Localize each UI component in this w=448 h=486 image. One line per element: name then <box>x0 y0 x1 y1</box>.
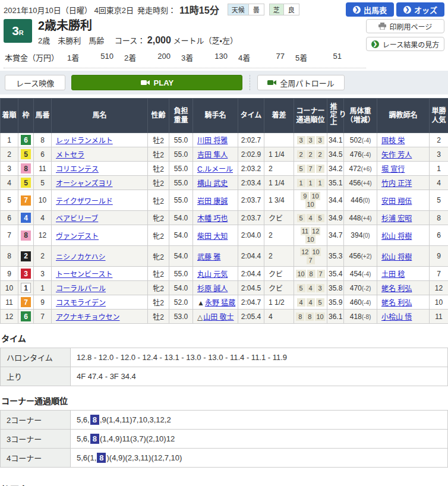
horse-name-cell: コスモライデン <box>52 295 148 310</box>
jockey-link[interactable]: 横山 武史 <box>197 179 228 188</box>
trainer-link[interactable]: 杉浦 宏昭 <box>381 214 412 223</box>
jockey-link[interactable]: 永野 猛蔵 <box>205 299 235 307</box>
shutsuba-button[interactable]: ❯ 出馬表 <box>346 2 394 17</box>
top-bar: 2021年10月10日（日曜） 4回東京2日 発走時刻： 11時15分 天候 曇… <box>0 0 448 17</box>
horse-link[interactable]: ニシノカケハシ <box>56 253 106 261</box>
trainer-link[interactable]: 蛯名 利弘 <box>381 299 412 307</box>
column-header: 騎手名 <box>193 99 238 133</box>
corner-chip: 12 <box>300 248 310 256</box>
jockey-link[interactable]: 山田 敬士 <box>203 313 234 321</box>
trainer-cell: 安田 翔伍 <box>377 190 430 211</box>
corner-chip: 5 <box>297 165 305 173</box>
trainer-link[interactable]: 松山 将樹 <box>381 232 412 241</box>
last-3f: 35.4 <box>327 267 344 281</box>
corner-chip: 10 <box>305 235 315 244</box>
finish-position: 3 <box>1 162 18 176</box>
trainer-link[interactable]: 安田 翔伍 <box>381 197 412 206</box>
print-page-button[interactable]: 印刷用ページ <box>366 19 444 33</box>
horse-link[interactable]: トーセンビースト <box>56 270 112 279</box>
margin: 2 <box>264 225 294 246</box>
horse-link[interactable]: アクナキチョウセン <box>56 313 119 321</box>
race-video-button[interactable]: レース映像 <box>5 75 65 90</box>
odds-button[interactable]: ❯ オッズ <box>396 2 444 17</box>
horse-link[interactable]: メトセラ <box>56 151 84 159</box>
horse-link[interactable]: オーシャンズヨリ <box>56 179 113 188</box>
weather-label: 天候 <box>228 4 248 15</box>
finish-time: 2:02.7 <box>238 133 264 147</box>
jockey-link[interactable]: C.ルメール <box>197 165 233 173</box>
trainer-link[interactable]: 国枝 栄 <box>381 137 405 145</box>
horse-link[interactable]: ベアビリーブ <box>56 214 98 223</box>
corner-positions: 543 <box>294 281 327 295</box>
trainer-cell: 蛯名 利弘 <box>377 295 430 310</box>
result-guide-button[interactable]: ❯ レース結果の見方 <box>366 37 444 51</box>
result-row: 256メトセラ牡255.0吉田 隼人2:02.91 1/422234.5476(… <box>1 147 448 162</box>
corner-chip: 8 <box>307 270 316 278</box>
race-number: 3 <box>12 24 19 38</box>
corner-chip: 5 <box>297 284 305 292</box>
sex-age: 牡2 <box>148 190 169 211</box>
trainer-cell: 竹内 正洋 <box>377 176 430 190</box>
horse-link[interactable]: テイクザワールド <box>56 197 113 206</box>
trainer-link[interactable]: 堀 宣行 <box>381 165 405 173</box>
horse-link[interactable]: ヴァンデスト <box>56 232 99 241</box>
jockey-link[interactable]: 岩田 康誠 <box>197 197 228 206</box>
trainer-link[interactable]: 矢作 芳人 <box>381 151 412 159</box>
play-button[interactable]: PLAY <box>71 75 242 90</box>
jockey-link[interactable]: 柴田 大知 <box>197 232 228 241</box>
win-favorite: 8 <box>430 211 448 225</box>
sex-age: 牝2 <box>148 281 169 295</box>
finish-time: 2:04.7 <box>238 295 264 310</box>
result-row: 1267アクナキチョウセン牡253.0△山田 敬士2:05.44881036.1… <box>1 310 448 324</box>
turf-chip: 芝 良 <box>269 4 299 15</box>
jockey-link[interactable]: 武藤 雅 <box>197 253 220 261</box>
carried-weight: 55.0 <box>169 267 193 281</box>
corner-positions: 8810 <box>294 310 327 324</box>
horse-link[interactable]: コリエンテス <box>56 165 99 173</box>
trainer-link[interactable]: 竹内 正洋 <box>381 179 412 188</box>
trainer-link[interactable]: 蛯名 利弘 <box>381 285 412 293</box>
horse-name-cell: レッドランメルト <box>52 133 148 147</box>
trainer-link[interactable]: 土田 稔 <box>381 270 405 279</box>
trainer-cell: 蛯名 利弘 <box>377 281 430 295</box>
finish-position: 4 <box>1 176 18 190</box>
last-3f: 35.9 <box>327 295 344 310</box>
body-weight: 476(-4) <box>344 147 377 162</box>
winner-highlight: 8 <box>90 415 99 425</box>
horse-name-cell: テイクザワールド <box>52 190 148 211</box>
margin: 1 3/4 <box>264 190 294 211</box>
result-row: 7812ヴァンデスト牝254.0柴田 大知2:04.0211121034.739… <box>1 225 448 246</box>
horse-name-cell: メトセラ <box>52 147 148 162</box>
start-time: 11時15分 <box>179 2 219 17</box>
sex-age: 牡2 <box>148 147 169 162</box>
trainer-link[interactable]: 小桧山 悟 <box>381 313 412 321</box>
race-number-suffix: R <box>19 29 24 36</box>
race-date: 2021年10月10日（日曜） 4回東京2日 <box>4 4 134 15</box>
jockey-link[interactable]: 吉田 隼人 <box>197 151 228 159</box>
trainer-link[interactable]: 松山 将樹 <box>381 253 412 261</box>
horse-link[interactable]: レッドランメルト <box>56 137 113 145</box>
finish-position: 9 <box>1 267 18 281</box>
horse-link[interactable]: コスモライデン <box>56 299 106 307</box>
column-header: 性齢 <box>148 99 169 133</box>
last-3f: 34.9 <box>327 211 344 225</box>
jockey-link[interactable]: 木幡 巧也 <box>197 214 228 223</box>
result-row: 644ベアビリーブ牝254.0木幡 巧也2:03.7クビ54534.9448(+… <box>1 211 448 225</box>
sex-age: 牝2 <box>148 211 169 225</box>
corner-chip: 3 <box>316 284 324 292</box>
apprentice-mark: △ <box>197 313 203 321</box>
horse-link[interactable]: コーラルパール <box>56 285 106 293</box>
finish-time: 2:04.4 <box>238 267 264 281</box>
finish-time: 2:03.4 <box>238 176 264 190</box>
jockey-link[interactable]: 杉原 誠人 <box>197 285 228 293</box>
body-weight: 448(+4) <box>344 211 377 225</box>
jockey-link[interactable]: 川田 将雅 <box>197 137 228 145</box>
column-header: 単勝人気 <box>430 99 448 133</box>
corner-row-label: 3コーナー <box>1 430 71 449</box>
jockey-link[interactable]: 丸山 元気 <box>197 270 228 279</box>
margin: 1 1/4 <box>264 147 294 162</box>
win-favorite: 1 <box>430 162 448 176</box>
margin: 2 <box>264 162 294 176</box>
patrol-video-button[interactable]: 全周パトロール <box>257 75 344 90</box>
column-header: 馬番 <box>34 99 52 133</box>
